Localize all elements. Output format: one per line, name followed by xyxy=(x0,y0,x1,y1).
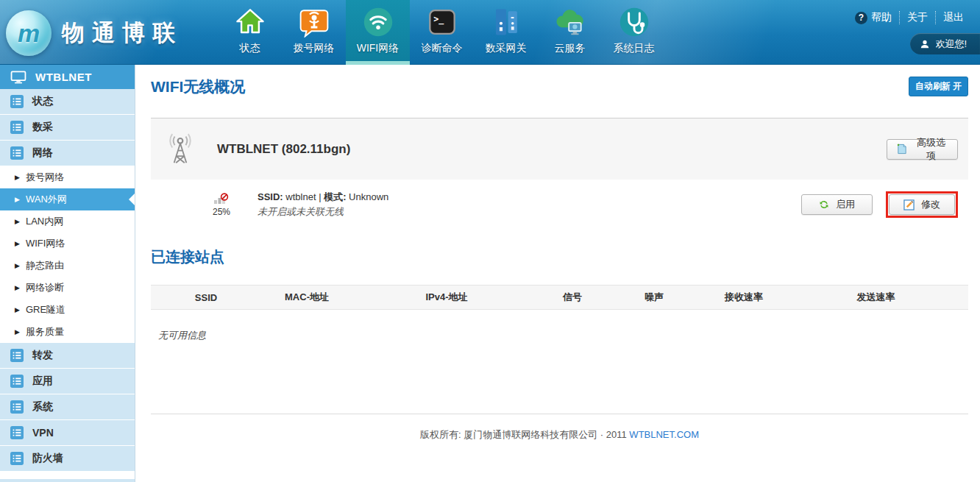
connected-stations-title: 已连接站点 xyxy=(151,247,968,267)
column-header-signal: 信号 xyxy=(541,291,604,304)
sidebar-item-label: GRE隧道 xyxy=(26,303,65,316)
list-icon xyxy=(10,95,24,108)
caret-right-icon: ▶ xyxy=(15,174,20,181)
nav-label: 拨号网络 xyxy=(294,42,335,55)
no-data-message: 无可用信息 xyxy=(151,329,968,342)
sidebar-item-datacollect[interactable]: 数采 xyxy=(0,115,135,141)
caret-right-icon: ▶ xyxy=(15,284,20,291)
sidebar-item-wan[interactable]: ▶ WAN外网 xyxy=(0,188,135,210)
sidebar-item-label: 静态路由 xyxy=(26,259,64,272)
sidebar-item-static-route[interactable]: ▶ 静态路由 xyxy=(0,255,135,277)
caret-right-icon: ▶ xyxy=(15,328,20,336)
modify-button[interactable]: 修改 xyxy=(889,194,955,215)
wifi-status-row: 25% SSID: wtblnet | 模式: Unknown 未开启或未关联无… xyxy=(151,180,968,230)
enable-button[interactable]: 启用 xyxy=(801,194,873,215)
caret-right-icon: ▶ xyxy=(15,240,20,247)
list-icon xyxy=(10,426,24,439)
sidebar-item-label: LAN内网 xyxy=(26,215,63,228)
sidebar: WTBLNET 状态 数采 网络 ▶ 拨号网络 ▶ WAN外网 ▶ LAN内网 … xyxy=(0,65,135,482)
sidebar-item-forwarding[interactable]: 转发 xyxy=(0,343,135,369)
stations-table-header: SSID MAC-地址 IPv4-地址 信号 噪声 接收速率 发送速率 xyxy=(151,285,968,310)
terminal-icon: >_ xyxy=(425,5,459,39)
sidebar-item-gre-tunnel[interactable]: ▶ GRE隧道 xyxy=(0,299,135,321)
sidebar-item-net-diagnostics[interactable]: ▶ 网络诊断 xyxy=(0,277,135,299)
monitor-icon xyxy=(10,71,26,84)
cloud-service-icon xyxy=(553,5,587,39)
help-icon: ? xyxy=(855,12,867,24)
column-header-rx-rate: 接收速率 xyxy=(704,291,784,304)
sidebar-item-qos[interactable]: ▶ 服务质量 xyxy=(0,321,135,343)
column-header-noise: 噪声 xyxy=(604,291,704,304)
system-log-icon xyxy=(617,5,651,39)
edit-icon xyxy=(903,199,915,210)
caret-right-icon: ▶ xyxy=(15,306,20,313)
top-header: m 物通博联 状态 拨号网络 WIFI网络 xyxy=(0,0,980,65)
sidebar-item-label: 网络 xyxy=(32,146,53,160)
welcome-badge[interactable]: 欢迎您! xyxy=(910,33,980,54)
caret-right-icon: ▶ xyxy=(15,196,20,203)
advanced-options-button[interactable]: 高级选项 xyxy=(887,139,958,160)
footer-link[interactable]: WTBLNET.COM xyxy=(629,429,699,440)
sidebar-item-status[interactable]: 状态 xyxy=(0,89,135,115)
main-nav: 状态 拨号网络 WIFI网络 >_ 诊断命令 xyxy=(218,0,666,65)
refresh-icon xyxy=(819,199,829,210)
device-name: WTBLNET xyxy=(35,71,92,83)
sidebar-item-label: WAN外网 xyxy=(26,193,67,206)
nav-label: 系统日志 xyxy=(614,42,655,55)
nav-tab-dialup[interactable]: 拨号网络 xyxy=(282,0,346,65)
column-header-ssid: SSID xyxy=(151,292,261,303)
sidebar-item-application[interactable]: 应用 xyxy=(0,369,135,394)
sidebar-header: WTBLNET xyxy=(0,65,135,89)
nav-label: 数采网关 xyxy=(486,42,527,55)
main-content: WIFI无线概况 自动刷新 开 WTBLNET (802.11bgn) 高级选项 xyxy=(136,65,980,482)
welcome-text: 欢迎您! xyxy=(935,38,967,51)
annotation-highlight-box: 修改 xyxy=(886,191,958,218)
sidebar-item-system[interactable]: 系统 xyxy=(0,394,135,420)
auto-refresh-toggle[interactable]: 自动刷新 开 xyxy=(909,77,968,96)
nav-tab-syslog[interactable]: 系统日志 xyxy=(602,0,666,65)
sidebar-item-label: 状态 xyxy=(32,95,53,108)
caret-right-icon: ▶ xyxy=(15,218,20,225)
sidebar-item-network[interactable]: 网络 xyxy=(0,141,135,166)
footer-divider xyxy=(151,414,968,414)
dialup-network-icon xyxy=(297,5,331,39)
sidebar-item-dialup-network[interactable]: ▶ 拨号网络 xyxy=(0,166,135,188)
wifi-status-text: 未开启或未关联无线 xyxy=(258,205,388,219)
ssid-value: wtblnet xyxy=(285,191,316,202)
list-icon xyxy=(10,121,24,134)
nav-tab-wifi[interactable]: WIFI网络 xyxy=(346,0,410,65)
sidebar-item-label: 服务质量 xyxy=(26,325,64,339)
top-links: ? 帮助 关于 退出 xyxy=(855,11,971,24)
sidebar-item-label: 拨号网络 xyxy=(26,171,64,184)
brand-name: 物通博联 xyxy=(62,18,182,49)
caret-right-icon: ▶ xyxy=(15,262,20,269)
nav-label: WIFI网络 xyxy=(357,42,400,55)
about-link[interactable]: 关于 xyxy=(899,11,935,24)
logout-link[interactable]: 退出 xyxy=(935,11,971,24)
data-gateway-icon xyxy=(489,5,523,39)
home-icon xyxy=(233,5,267,39)
help-link[interactable]: 帮助 xyxy=(871,11,899,24)
logo-sphere-icon: m xyxy=(6,10,52,56)
signal-percent: 25% xyxy=(213,207,230,217)
nav-label: 诊断命令 xyxy=(422,42,463,55)
list-icon xyxy=(10,452,24,465)
antenna-icon xyxy=(166,133,195,166)
sidebar-item-label: VPN xyxy=(32,427,54,439)
sidebar-item-lan[interactable]: ▶ LAN内网 xyxy=(0,210,135,233)
page-add-icon xyxy=(896,143,907,155)
nav-tab-diagnostics[interactable]: >_ 诊断命令 xyxy=(410,0,474,65)
sidebar-item-wifi[interactable]: ▶ WIFI网络 xyxy=(0,233,135,255)
wifi-network-title: WTBLNET (802.11bgn) xyxy=(217,142,350,157)
nav-tab-status[interactable]: 状态 xyxy=(218,0,282,65)
nav-label: 状态 xyxy=(240,42,260,55)
page-title: WIFI无线概况 xyxy=(151,77,245,97)
list-icon xyxy=(10,375,24,388)
ssid-mode-line: SSID: wtblnet | 模式: Unknown xyxy=(258,190,388,205)
sidebar-item-label: 转发 xyxy=(32,349,53,362)
nav-tab-gateway[interactable]: 数采网关 xyxy=(474,0,538,65)
nav-tab-cloud[interactable]: 云服务 xyxy=(538,0,602,65)
sidebar-item-vpn[interactable]: VPN xyxy=(0,420,135,446)
sidebar-item-label: 系统 xyxy=(32,400,53,414)
sidebar-item-firewall[interactable]: 防火墙 xyxy=(0,446,135,472)
